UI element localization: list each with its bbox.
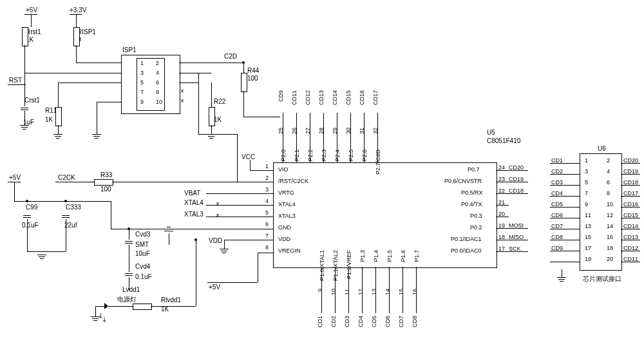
wire xyxy=(496,251,528,252)
wire xyxy=(95,306,96,316)
u5-left-2: VRTG xyxy=(278,189,294,196)
wire xyxy=(76,45,77,63)
u5-top-4: P2.3 xyxy=(321,150,327,162)
r44-resistor xyxy=(241,73,247,92)
u6-lpin-2: 5 xyxy=(585,179,588,186)
wire xyxy=(207,282,223,283)
wire xyxy=(250,170,273,171)
isp-pin-8: 8 xyxy=(156,89,159,95)
c333-name: C333 xyxy=(66,204,81,211)
wire xyxy=(24,73,121,73)
node-icon xyxy=(194,238,197,241)
u5-tnet-2: CD15 xyxy=(345,90,352,105)
wire xyxy=(76,14,77,27)
wire xyxy=(8,84,26,85)
wire xyxy=(283,113,283,162)
gnd-symbol xyxy=(207,134,216,139)
u5-bot-4: P1.4 xyxy=(373,250,379,262)
wire xyxy=(496,182,528,182)
u5-bnet-4: CD5 xyxy=(371,316,377,327)
u5-top-6: P2.1 xyxy=(294,150,300,162)
isp-pin-5: 5 xyxy=(140,79,144,86)
wire xyxy=(31,14,32,27)
wire xyxy=(364,113,365,162)
u6-ref: U6 xyxy=(598,145,606,152)
u6-lpin-3: 7 xyxy=(585,190,588,197)
u5-lpin-3: 3 xyxy=(265,186,269,193)
u5-right-3: P0.4/TX xyxy=(461,201,482,207)
wire xyxy=(129,245,129,272)
wire xyxy=(24,111,25,125)
u5-bnet-1: CD2 xyxy=(330,316,337,327)
u5-bpin-2: 11 xyxy=(344,289,350,295)
isp-pin-2: 2 xyxy=(156,60,159,66)
u6-rpin-6: 14 xyxy=(607,223,613,229)
u5-bpin-7: 16 xyxy=(412,289,418,295)
wire xyxy=(550,174,580,175)
r22-name: R22 xyxy=(214,98,225,105)
u5-bot-5: P1.5 xyxy=(386,250,393,262)
wire xyxy=(335,267,336,313)
u5-bpin-6: 15 xyxy=(398,289,404,295)
vdd-label: VDD xyxy=(209,237,222,244)
wire xyxy=(27,251,66,252)
c333-cap xyxy=(62,214,70,219)
u6-lpin-9: 19 xyxy=(585,256,591,262)
u5-lpin-4: 4 xyxy=(265,198,269,204)
u5-tnet-5: CD12 xyxy=(305,90,311,105)
wire xyxy=(24,45,25,73)
u6-rnet-0: CD20 xyxy=(623,157,638,164)
wire xyxy=(24,92,25,106)
u5-right-7: P0.0/IDAC0 xyxy=(451,247,482,254)
wire xyxy=(348,267,349,313)
u5-right-2: P0.5/RX xyxy=(461,189,483,196)
v5-left-label: +5V xyxy=(9,174,21,181)
u5-right-6: P0.1/IDAC1 xyxy=(451,236,482,242)
u5-left-5: GND xyxy=(278,224,291,231)
u5-bot-7: P1.7 xyxy=(413,250,420,262)
u6-lpin-0: 1 xyxy=(585,157,588,164)
u5-top-0: P2.7/C2D xyxy=(375,150,381,175)
u5-bnet-5: CD6 xyxy=(384,316,391,327)
u5-bnet-6: CD7 xyxy=(398,316,404,327)
wire xyxy=(169,233,169,245)
r44-value: 100 xyxy=(247,75,258,82)
vcc-label: VCC xyxy=(242,153,255,160)
u5-tnet-6: CD11 xyxy=(291,90,298,105)
u5-bpin-3: 12 xyxy=(357,289,364,295)
u6-caption: 芯片测试接口 xyxy=(583,275,621,284)
u6-rpin-0: 2 xyxy=(607,157,610,164)
u5-right-5: P0.2 xyxy=(470,224,482,231)
nc-x-icon: × xyxy=(216,200,220,207)
wire xyxy=(58,82,59,107)
wire xyxy=(550,163,580,164)
wire xyxy=(108,306,133,307)
cvd4-value: 0.1uF xyxy=(135,273,152,280)
v5-bottom-label: +5V xyxy=(209,284,220,291)
wire xyxy=(237,134,238,182)
wire xyxy=(402,267,403,313)
wire xyxy=(24,73,25,92)
u5-bot-2: P1.2/VREF xyxy=(346,250,352,279)
wire xyxy=(129,229,129,240)
u5-lpin-6: 6 xyxy=(265,221,269,227)
wire xyxy=(496,217,509,217)
isp-pin-7: 7 xyxy=(140,89,144,95)
wire xyxy=(562,269,562,277)
wire xyxy=(496,228,528,229)
wire xyxy=(550,251,580,251)
vbat-label: VBAT xyxy=(184,189,200,197)
wire xyxy=(14,201,111,202)
u6-rpin-5: 12 xyxy=(607,212,613,218)
c99-value: 0.1uF xyxy=(22,222,39,229)
wire xyxy=(14,182,15,201)
u6-rnet-2: CD18 xyxy=(623,179,638,186)
wire xyxy=(250,160,251,170)
gnd-symbol xyxy=(220,249,229,253)
u5-right-1: P0.6/CNVSTR xyxy=(444,178,482,184)
isp-pin-4: 4 xyxy=(156,70,159,76)
wire xyxy=(224,240,273,240)
wire xyxy=(223,282,258,283)
wire xyxy=(310,113,310,162)
u6-lpin-6: 13 xyxy=(585,223,591,229)
